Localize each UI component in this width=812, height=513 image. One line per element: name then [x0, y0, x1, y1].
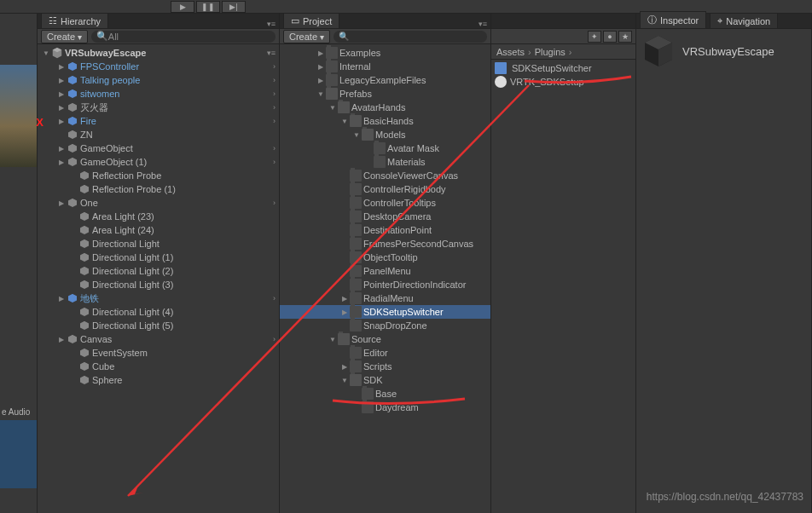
- assets-list[interactable]: SDKSetupSwitcher VRTK_SDKSetup: [491, 60, 635, 513]
- hierarchy-search[interactable]: 🔍All: [91, 31, 276, 43]
- project-item[interactable]: FramesPerSecondCanvas: [280, 237, 490, 251]
- scene-menu-icon[interactable]: ▾≡: [267, 49, 276, 57]
- expand-icon[interactable]: ▶: [56, 336, 67, 343]
- panel-menu-icon[interactable]: ▾≡: [475, 20, 490, 28]
- project-item[interactable]: Daydream: [280, 401, 490, 414]
- project-tab[interactable]: ▭ Project: [283, 13, 339, 28]
- expand-icon[interactable]: ▶: [56, 63, 67, 71]
- project-item[interactable]: ▶Scripts: [280, 360, 490, 373]
- hierarchy-item[interactable]: ▶One›: [38, 196, 279, 210]
- expand-icon[interactable]: ▶: [339, 363, 350, 371]
- expand-icon[interactable]: ▶: [316, 77, 326, 84]
- expand-icon[interactable]: ▶: [56, 77, 67, 84]
- project-item[interactable]: ▼AvatarHands: [280, 101, 490, 114]
- scene-preview[interactable]: X: [0, 65, 37, 167]
- inspector-tab[interactable]: ⓘ Inspector: [640, 11, 706, 28]
- hierarchy-item[interactable]: Reflection Probe (1): [38, 182, 279, 196]
- expand-icon[interactable]: ▶: [56, 90, 67, 98]
- project-item[interactable]: ▼Prefabs: [280, 87, 490, 101]
- project-item[interactable]: ▶LegacyExampleFiles: [280, 73, 490, 87]
- project-item[interactable]: ▼Source: [280, 332, 490, 346]
- project-item[interactable]: SnapDropZone: [280, 319, 490, 332]
- filter-button[interactable]: ●: [603, 31, 617, 43]
- crumb[interactable]: Assets: [495, 47, 526, 57]
- expand-icon[interactable]: ▼: [316, 90, 326, 98]
- project-item[interactable]: ▶Internal: [280, 60, 490, 73]
- filter-button[interactable]: ✦: [588, 31, 601, 43]
- hierarchy-item[interactable]: ▶Talking people›: [38, 73, 279, 87]
- expand-icon[interactable]: ▶: [56, 145, 67, 153]
- project-item[interactable]: ▶SDKSetupSwitcher: [280, 305, 490, 319]
- expand-icon[interactable]: ▶: [56, 104, 67, 112]
- chevron-icon[interactable]: ›: [273, 117, 276, 125]
- hierarchy-item[interactable]: Directional Light (5): [38, 319, 279, 332]
- expand-icon[interactable]: ▼: [328, 336, 338, 343]
- expand-icon[interactable]: ▶: [339, 308, 350, 316]
- create-button[interactable]: Create ▾: [283, 30, 330, 43]
- hierarchy-item[interactable]: Cube: [38, 360, 279, 373]
- chevron-icon[interactable]: ›: [273, 335, 276, 343]
- expand-icon[interactable]: ▶: [316, 49, 326, 57]
- chevron-icon[interactable]: ›: [273, 158, 276, 166]
- create-button[interactable]: Create ▾: [41, 30, 88, 43]
- pause-button[interactable]: ❚❚: [196, 1, 220, 13]
- crumb[interactable]: Plugins: [533, 47, 567, 57]
- chevron-icon[interactable]: ›: [273, 294, 276, 303]
- project-item[interactable]: ControllerTooltips: [280, 196, 490, 210]
- chevron-icon[interactable]: ›: [273, 76, 276, 84]
- hierarchy-item[interactable]: ▶FPSController›: [38, 60, 279, 73]
- chevron-icon[interactable]: ›: [273, 144, 276, 153]
- expand-icon[interactable]: ▼: [339, 377, 350, 384]
- project-item[interactable]: PanelMenu: [280, 264, 490, 278]
- hierarchy-item[interactable]: Reflection Probe: [38, 169, 279, 182]
- hierarchy-item[interactable]: Sphere: [38, 373, 279, 387]
- project-item[interactable]: Base: [280, 387, 490, 401]
- hierarchy-item[interactable]: Directional Light (4): [38, 305, 279, 319]
- hierarchy-item[interactable]: Directional Light (3): [38, 278, 279, 291]
- project-item[interactable]: Avatar Mask: [280, 141, 490, 155]
- step-button[interactable]: ▶|: [222, 1, 246, 13]
- hierarchy-item[interactable]: ▶Fire›: [38, 114, 279, 128]
- project-item[interactable]: DestinationPoint: [280, 223, 490, 237]
- hierarchy-item[interactable]: ▶Canvas›: [38, 332, 279, 346]
- favorite-button[interactable]: ★: [618, 31, 632, 43]
- project-item[interactable]: Materials: [280, 155, 490, 169]
- hierarchy-tab[interactable]: ☷ Hierarchy: [41, 13, 108, 28]
- project-item[interactable]: ConsoleViewerCanvas: [280, 169, 490, 182]
- project-search[interactable]: 🔍: [334, 31, 487, 43]
- chevron-icon[interactable]: ›: [273, 103, 276, 112]
- hierarchy-item[interactable]: ▶GameObject›: [38, 141, 279, 155]
- project-item[interactable]: ▶RadialMenu: [280, 291, 490, 305]
- chevron-icon[interactable]: ›: [273, 89, 276, 98]
- chevron-icon[interactable]: ›: [273, 199, 276, 207]
- hierarchy-tree[interactable]: ▼ VRSubwayEscape ▾≡ ▶FPSController›▶Talk…: [38, 44, 279, 513]
- audio-tab[interactable]: e Audio: [0, 406, 37, 418]
- project-item[interactable]: ▼BasicHands: [280, 114, 490, 128]
- hierarchy-item[interactable]: ▶GameObject (1)›: [38, 155, 279, 169]
- chevron-icon[interactable]: ›: [273, 62, 276, 71]
- asset-item[interactable]: SDKSetupSwitcher: [491, 61, 635, 75]
- expand-icon[interactable]: ▶: [56, 159, 67, 166]
- hierarchy-item[interactable]: ▶地铁›: [38, 291, 279, 305]
- expand-icon[interactable]: ▶: [56, 118, 67, 125]
- asset-item[interactable]: VRTK_SDKSetup: [491, 75, 635, 89]
- play-button[interactable]: ▶: [171, 1, 194, 13]
- audio-preview[interactable]: [0, 420, 37, 488]
- project-tree[interactable]: ▶Examples▶Internal▶LegacyExampleFiles▼Pr…: [280, 44, 490, 513]
- expand-icon[interactable]: ▶: [56, 295, 67, 303]
- hierarchy-item[interactable]: Area Light (23): [38, 210, 279, 223]
- navigation-tab[interactable]: ⌖ Navigation: [710, 13, 778, 28]
- hierarchy-item[interactable]: EventSystem: [38, 346, 279, 360]
- project-item[interactable]: PointerDirectionIndicator: [280, 278, 490, 291]
- hierarchy-item[interactable]: Area Light (24): [38, 223, 279, 237]
- hierarchy-item[interactable]: Directional Light (1): [38, 251, 279, 264]
- panel-menu-icon[interactable]: ▾≡: [264, 20, 279, 28]
- project-item[interactable]: Editor: [280, 346, 490, 360]
- scene-root[interactable]: ▼ VRSubwayEscape ▾≡: [38, 46, 279, 60]
- project-item[interactable]: ▶Examples: [280, 46, 490, 60]
- hierarchy-item[interactable]: ▶sitwomen›: [38, 87, 279, 101]
- hierarchy-item[interactable]: Directional Light: [38, 237, 279, 251]
- expand-icon[interactable]: ▶: [316, 63, 326, 71]
- expand-icon[interactable]: ▼: [339, 118, 350, 125]
- hierarchy-item[interactable]: ZN: [38, 128, 279, 141]
